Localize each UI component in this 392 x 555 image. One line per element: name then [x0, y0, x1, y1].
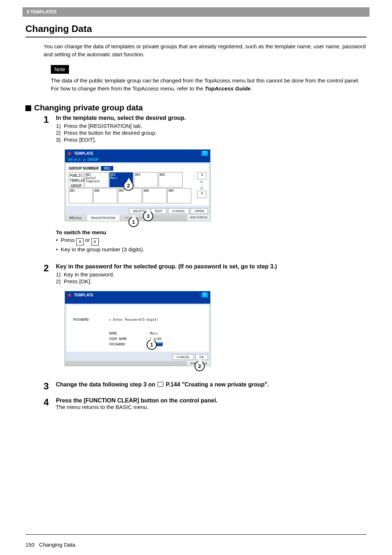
- job-status-button[interactable]: JOB STATUS: [187, 215, 210, 221]
- step-number-4: 4: [44, 397, 56, 410]
- help-icon[interactable]: ?: [201, 151, 208, 156]
- step1-title: In the template menu, select the desired…: [56, 115, 367, 121]
- switch-item: • Press ∧ or ∨.: [56, 237, 367, 246]
- step-number-1: 1: [44, 115, 56, 255]
- scroll-down-button[interactable]: ∨: [197, 191, 207, 198]
- group-number-field[interactable]: 002: [101, 166, 113, 171]
- step2-item: 1) Key in the password.: [56, 271, 367, 278]
- group-cell-006[interactable]: 006: [93, 188, 117, 203]
- edit-button[interactable]: EDIT: [151, 208, 167, 214]
- group-cell-007[interactable]: 007: [118, 188, 142, 203]
- step1-item: 2) Press the button for the desired grou…: [56, 130, 367, 136]
- step2-title: Key in the password for the selected gro…: [56, 263, 367, 270]
- cancel-button[interactable]: CANCEL: [168, 208, 189, 214]
- group-cell-009[interactable]: 009: [167, 188, 191, 203]
- down-arrow-icon: ∨: [91, 238, 99, 246]
- step-number-2: 2: [44, 263, 56, 370]
- password-hint: ▸ Enter Password(5-digit): [109, 318, 158, 321]
- page-indicator: 01⁄21: [197, 180, 207, 190]
- step1-item: 3) Press [EDIT].: [56, 137, 367, 143]
- section-heading: Changing private group data: [25, 103, 367, 113]
- group-cell-005[interactable]: 005: [69, 188, 93, 203]
- switch-item: • Key in the group number (3 digits).: [56, 246, 367, 252]
- step4-body: The menu returns to the BASIC menu.: [56, 404, 367, 410]
- callout-1-icon: 1: [128, 217, 139, 227]
- group-cell-004[interactable]: 004: [159, 172, 183, 187]
- note-text: The data of the public template group ca…: [51, 77, 367, 93]
- username-label: USER NAME: [109, 337, 146, 341]
- note-label: Note: [51, 65, 69, 74]
- page-ref-icon: [158, 382, 163, 387]
- step2-item: 2) Press [OK].: [56, 278, 367, 284]
- step4-title: Press the [FUNCTION CLEAR] button on the…: [56, 397, 367, 404]
- callout-2-icon: 2: [195, 361, 205, 371]
- step-number-3: 3: [44, 381, 56, 391]
- step1-item: 1) Press the [REGISTRATION] tab.: [56, 123, 367, 129]
- tab-registration[interactable]: REGISTRATION: [87, 215, 120, 221]
- screen-subtitle: Select a GROUP: [65, 157, 210, 162]
- group-cell-008[interactable]: 008: [143, 188, 167, 203]
- group-cell-public[interactable]: PUBLIC TEMPLATE GROUP: [69, 172, 84, 187]
- cancel-button[interactable]: CANCEL: [172, 354, 194, 360]
- ok-button[interactable]: OK: [195, 354, 208, 360]
- switch-menu-heading: To switch the menu: [56, 229, 367, 235]
- star-icon: ★: [67, 150, 72, 156]
- password-label: PASSWORD: [73, 318, 109, 321]
- page-title: Changing Data: [25, 23, 367, 35]
- page-footer: 150 Changing Data: [25, 542, 75, 548]
- group-cell-001[interactable]: 001Useful Template: [85, 172, 109, 187]
- help-icon[interactable]: ?: [201, 292, 208, 297]
- name-value: Mars: [150, 332, 158, 335]
- scroll-up-button[interactable]: ∧: [197, 172, 207, 179]
- step3-title: Change the data following step 3 on P.14…: [56, 381, 367, 388]
- open-button[interactable]: OPEN: [191, 208, 208, 214]
- chapter-header: 6 TEMPLATES: [23, 7, 369, 17]
- tab-recall[interactable]: RECALL: [65, 215, 87, 221]
- intro-text: You can change the data of templates or …: [44, 42, 367, 58]
- password-field-label: PASSWORD: [109, 343, 146, 346]
- name-label: NAME: [109, 332, 146, 335]
- square-bullet-icon: [25, 105, 31, 111]
- star-icon: ★: [67, 292, 72, 298]
- group-number-label: GROUP NUMBER: [69, 166, 99, 170]
- template-select-screen: ★ TEMPLATE ? Select a GROUP GROUP NUMBER…: [65, 149, 211, 221]
- password-entry-screen: ★ TEMPLATE ? PASSWORD▸ Enter Password(5-…: [65, 291, 211, 366]
- group-cell-003[interactable]: 003: [134, 172, 158, 187]
- up-arrow-icon: ∧: [76, 238, 83, 246]
